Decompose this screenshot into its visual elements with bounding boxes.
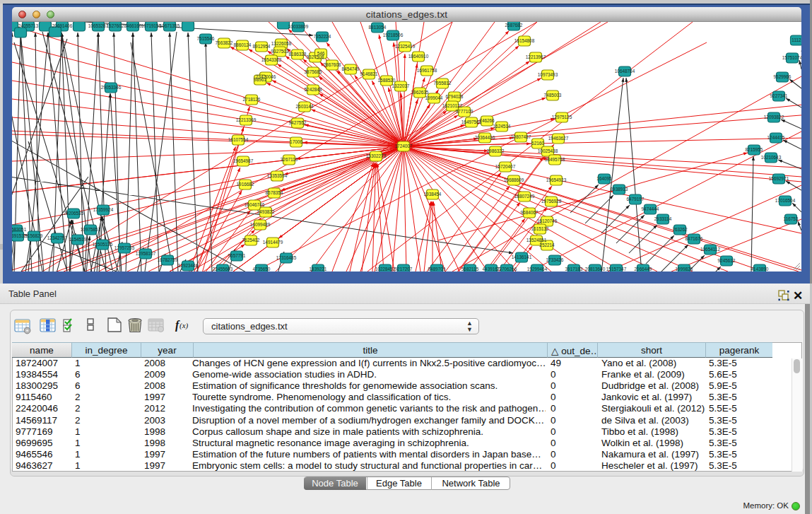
svg-text:8860124: 8860124	[234, 42, 252, 47]
svg-text:746266: 746266	[479, 118, 495, 123]
svg-text:5682115: 5682115	[461, 267, 479, 271]
svg-text:8215955: 8215955	[746, 147, 763, 152]
svg-text:10228452: 10228452	[375, 267, 396, 271]
svg-text:15302273: 15302273	[366, 153, 387, 158]
svg-text:13958107: 13958107	[136, 251, 156, 256]
svg-text:6794028: 6794028	[446, 94, 464, 99]
svg-text:7955812: 7955812	[434, 81, 452, 86]
svg-text:3267110: 3267110	[281, 157, 298, 162]
svg-text:116753: 116753	[784, 216, 799, 221]
svg-text:10671355: 10671355	[160, 23, 180, 28]
svg-text:9427552: 9427552	[289, 120, 307, 125]
svg-text:8454749: 8454749	[342, 66, 360, 71]
svg-text:9227341: 9227341	[770, 93, 788, 98]
svg-text:12505135: 12505135	[93, 242, 113, 247]
svg-text:18640910: 18640910	[408, 54, 429, 59]
svg-text:7663822: 7663822	[216, 40, 233, 45]
svg-text:1588520: 1588520	[378, 78, 396, 83]
svg-text:18495758: 18495758	[545, 157, 565, 162]
svg-text:13353594: 13353594	[267, 173, 288, 178]
svg-text:1156829: 1156829	[25, 233, 43, 238]
svg-text:8471676: 8471676	[686, 236, 703, 241]
svg-text:17957255: 17957255	[114, 245, 135, 250]
svg-text:16782759: 16782759	[158, 257, 178, 262]
svg-text:18807249: 18807249	[514, 194, 535, 199]
svg-text:9777109: 9777109	[456, 109, 473, 114]
svg-text:164095: 164095	[596, 176, 612, 181]
svg-text:19463627: 19463627	[548, 136, 569, 141]
svg-text:19654923: 19654923	[546, 177, 567, 182]
svg-text:14136141: 14136141	[512, 255, 532, 259]
svg-text:9245612: 9245612	[718, 258, 736, 263]
svg-text:19299464: 19299464	[527, 267, 548, 271]
svg-text:2867608: 2867608	[324, 62, 341, 67]
svg-text:24055713: 24055713	[18, 23, 39, 28]
svg-text:19756928: 19756928	[541, 199, 562, 204]
svg-text:20691406: 20691406	[52, 23, 73, 28]
svg-text:12093822: 12093822	[764, 115, 784, 119]
svg-text:10653287: 10653287	[88, 23, 109, 28]
svg-text:2603144: 2603144	[296, 104, 314, 109]
svg-text:15751074: 15751074	[782, 55, 801, 60]
svg-text:16046746: 16046746	[245, 202, 265, 207]
svg-text:20206535: 20206535	[64, 211, 84, 216]
svg-text:1322037: 1322037	[392, 83, 410, 88]
svg-text:20364436: 20364436	[475, 135, 495, 140]
svg-text:1999828: 1999828	[676, 267, 693, 271]
svg-text:19654987: 19654987	[233, 158, 254, 163]
svg-text:16210122: 16210122	[442, 103, 463, 108]
svg-text:10210643: 10210643	[761, 155, 782, 160]
svg-text:13583051: 13583051	[12, 227, 27, 232]
svg-text:8489709: 8489709	[428, 267, 446, 271]
svg-text:29053346: 29053346	[101, 85, 122, 90]
svg-text:252214: 252214	[539, 243, 555, 247]
svg-text:15692971: 15692971	[769, 176, 789, 181]
svg-text:98961: 98961	[254, 77, 266, 82]
svg-text:3875685: 3875685	[305, 69, 322, 74]
svg-text:1112: 1112	[792, 37, 801, 42]
svg-text:16154808: 16154808	[514, 38, 535, 43]
svg-text:14099489: 14099489	[250, 222, 271, 227]
svg-text:10973493: 10973493	[538, 72, 558, 77]
svg-text:7485003: 7485003	[544, 93, 562, 98]
svg-text:3917183: 3917183	[565, 267, 583, 271]
svg-text:22455603: 22455603	[213, 267, 233, 271]
svg-text:1839221: 1839221	[310, 267, 327, 271]
svg-text:1999044: 1999044	[425, 95, 443, 100]
svg-text:12975125: 12975125	[552, 115, 572, 119]
svg-text:2933114: 2933114	[654, 216, 672, 221]
svg-text:10719155: 10719155	[141, 23, 162, 28]
svg-text:(x): (x)	[180, 321, 189, 330]
svg-text:16107554: 16107554	[228, 137, 249, 142]
svg-text:1624514: 1624514	[493, 124, 511, 129]
svg-text:10648784: 10648784	[615, 69, 635, 74]
svg-text:14914479: 14914479	[263, 240, 283, 245]
svg-text:16497568: 16497568	[461, 119, 482, 124]
svg-text:9146821: 9146821	[360, 71, 378, 76]
svg-text:10688609: 10688609	[504, 177, 524, 182]
svg-text:1938454: 1938454	[424, 192, 442, 197]
svg-text:20813640: 20813640	[585, 267, 606, 271]
svg-text:8578354: 8578354	[266, 190, 283, 195]
svg-text:9684067: 9684067	[521, 210, 539, 215]
svg-text:12325419: 12325419	[395, 44, 416, 49]
svg-text:12213967: 12213967	[526, 54, 546, 59]
svg-text:4143890: 4143890	[751, 267, 769, 271]
svg-text:1916682: 1916682	[237, 182, 254, 187]
svg-text:15720407: 15720407	[495, 164, 516, 169]
svg-text:7625402: 7625402	[242, 238, 260, 243]
svg-text:9657791: 9657791	[228, 253, 246, 258]
svg-text:8466160: 8466160	[124, 23, 142, 28]
svg-text:4735650: 4735650	[253, 267, 271, 271]
svg-text:10975857: 10975857	[81, 227, 101, 232]
svg-text:13524851: 13524851	[526, 238, 547, 243]
svg-text:23706266: 23706266	[497, 267, 517, 271]
svg-text:16961758: 16961758	[417, 68, 437, 73]
svg-text:763262: 763262	[672, 227, 688, 232]
svg-text:10033809: 10033809	[288, 24, 309, 29]
svg-text:1244415: 1244415	[767, 135, 785, 140]
svg-text:1724007: 1724007	[395, 144, 413, 148]
svg-text:12923446: 12923446	[178, 263, 199, 268]
svg-text:9474444: 9474444	[642, 206, 659, 211]
svg-text:16120746: 16120746	[537, 218, 558, 223]
